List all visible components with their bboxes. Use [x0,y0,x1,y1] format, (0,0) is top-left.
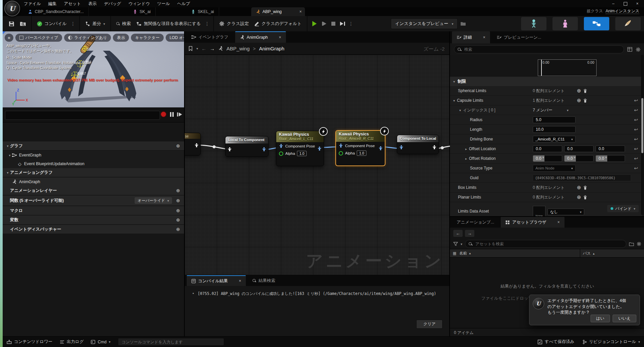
close-window-button[interactable]: × [632,0,643,7]
reset-icon[interactable]: ↩ [634,127,638,132]
asset-search[interactable] [465,240,626,248]
row-offset-rotation[interactable]: ▸Offset Rotation ↩ [450,154,642,163]
reset-icon[interactable]: ↩ [634,136,638,142]
alpha-pin[interactable] [279,151,283,156]
frame-skip-button[interactable] [320,20,328,28]
curve-preview-widget[interactable]: 0.00 0.00 [538,59,597,76]
stop-button[interactable] [329,20,337,28]
radius-input[interactable] [533,116,576,123]
menu-window[interactable]: ウィンドウ [125,1,154,7]
details-settings-gear-icon[interactable] [636,47,641,52]
clear-button[interactable]: クリア [416,320,443,329]
menu-debug[interactable]: デバッグ [100,1,125,7]
pose-pin-in[interactable] [339,143,343,148]
browse-preview-button[interactable] [458,21,469,26]
close-tab-icon[interactable]: × [483,35,485,40]
tree-item-event-update[interactable]: ◇ Event BlueprintUpdateAnimation [3,159,184,168]
row-radius[interactable]: Radius ↩ [450,115,642,125]
add-element-icon[interactable]: ⊕ [577,88,581,94]
type-column-icon[interactable]: ▦ [450,251,459,256]
record-button[interactable] [160,111,167,117]
add-function-icon[interactable]: ⊕ [176,198,180,203]
browser-settings-gear-icon[interactable] [637,242,641,246]
minimize-button[interactable]: – [608,0,619,7]
breadcrumb-root[interactable]: ABP_wing [226,46,250,51]
alpha-value-input[interactable]: 1.0 [297,151,307,156]
row-capsule-limits[interactable]: ▾Capsule Limits 1 配列エレメント ⊕ ↩ [450,96,642,105]
add-macro-icon[interactable]: ⊕ [176,208,180,213]
save-button[interactable] [6,21,17,27]
asset-search-input[interactable] [475,241,623,247]
maximize-button[interactable] [620,0,631,7]
row-source-type[interactable]: Source Type Anim Node▾ ↩ [450,163,642,173]
driving-bone-combo[interactable]: _AmiceB_R_C11▾ [533,136,576,142]
add-graph-icon[interactable]: ⊕ [176,143,180,148]
play-options-icon[interactable]: ⋮ [347,21,355,26]
parent-class-link[interactable]: Animインスタンス [606,9,639,14]
limits-asset-combo[interactable]: なし▾ [547,209,584,215]
pose-pin-in[interactable] [227,147,232,151]
bookmark-icon[interactable] [188,46,193,51]
compile-options-icon[interactable]: ⋮ [69,21,77,26]
viewport-menu-icon[interactable]: ≡ [5,34,13,42]
clear-array-trash-icon[interactable] [583,89,587,93]
folder-view-icon[interactable] [629,242,634,246]
reset-icon[interactable]: ↩ [634,165,638,171]
menu-edit[interactable]: 編集 [44,1,60,7]
add-variable-icon[interactable]: ⊕ [176,217,180,223]
find-button[interactable]: 検索 [114,21,134,27]
show-pill[interactable]: 表示 [113,34,129,42]
offset-rotation-z[interactable] [596,155,625,162]
section-animation-graphs[interactable]: ▾アニメーショングラフ [3,168,184,177]
compile-log-line[interactable]: •[0755.02] ABP_wing のコンパイルに成功しました![163 ミ… [192,291,436,296]
tab-animgraph[interactable]: AnimGraph × [235,31,286,43]
add-element-icon[interactable]: ⊕ [577,185,581,191]
reset-icon[interactable]: ↩ [634,156,638,161]
forward-icon[interactable]: → [210,46,215,51]
forward-button[interactable]: → [465,230,474,237]
tab-skel-ai[interactable]: SKEL_ai [186,7,219,16]
pose-pin-out[interactable] [194,143,199,147]
close-tab-icon[interactable]: × [557,220,560,225]
clear-array-trash-icon[interactable] [583,98,587,103]
pose-pin-in[interactable] [399,145,404,149]
content-drawer-button[interactable]: コンテンツドロワー [7,339,52,345]
offset-location-x[interactable] [533,145,562,152]
row-offset-location[interactable]: ▸Offset Location ↩ [450,144,642,154]
row-spherical-limits[interactable]: Spherical Limits 0 配列エレメント ⊕ [450,86,642,96]
restore-assets-toast[interactable]: U エディタが予期せず終了したときに、4個のアセットエディタが開いていました。も… [529,295,640,325]
section-macros[interactable]: マクロ ⊕ [3,206,184,215]
filter-dropdown-icon[interactable]: ▾ [461,242,462,246]
row-driving-bone[interactable]: Driving Bone _AmiceB_R_C11▾ ↩ [450,134,642,144]
path-column-header[interactable]: パス▲ [580,251,644,256]
tab-compile-results[interactable]: コンパイル結果 × [187,275,246,286]
tab-animation-bp[interactable]: アニメーションブ... [452,217,499,228]
tab-abp-wing[interactable]: ABP_wing × [251,7,305,16]
node-component-to-local[interactable]: Component To Local [397,135,439,154]
details-scrollbar[interactable] [641,55,644,215]
timeline-scrubber[interactable] [5,111,160,120]
section-graphs[interactable]: ▾グラフ ⊕ [3,141,184,150]
section-limits[interactable]: ▾ 制限 [450,77,642,86]
tab-preview-scene[interactable]: プレビューシーン... [492,31,546,43]
details-search-input[interactable] [464,47,620,52]
name-column-header[interactable]: 名前 [459,251,467,256]
play-button[interactable] [311,20,319,28]
console-input[interactable] [121,339,221,345]
section-functions[interactable]: 関数 (5 オーバーライド可能) オーバーライド▾ ⊕ [3,196,184,206]
tab-find-results[interactable]: 結果検索 [248,275,280,286]
diff-button[interactable]: 差分 ▾ [83,21,108,27]
physics-asset-family-button[interactable] [615,17,641,30]
tab-cbp-sandboxcharacter[interactable]: CBP_SandboxCharacter... [23,7,89,16]
node-kawaii-physics-left[interactable]: Kawaii Physics Root:_AmiceB_L_C11 Compon… [276,131,324,166]
add-element-icon[interactable]: ⊕ [577,97,581,103]
hide-unrelated-options-icon[interactable]: ⋮ [203,21,211,26]
preview-viewport[interactable]: 0 0.333 0.667 Z X Y ≡ パースペクティブ ライティングあり … [3,31,184,107]
tab-eventgraph[interactable]: イベントグラフ [187,31,233,43]
alpha-value-input[interactable]: 1.0 [357,150,366,156]
class-settings-button[interactable]: クラス設定 [216,21,252,27]
scrollbar-thumb[interactable] [641,98,643,153]
details-search[interactable] [454,45,624,53]
menu-asset[interactable]: アセット [60,1,85,7]
reset-icon[interactable]: ↩ [634,117,638,122]
